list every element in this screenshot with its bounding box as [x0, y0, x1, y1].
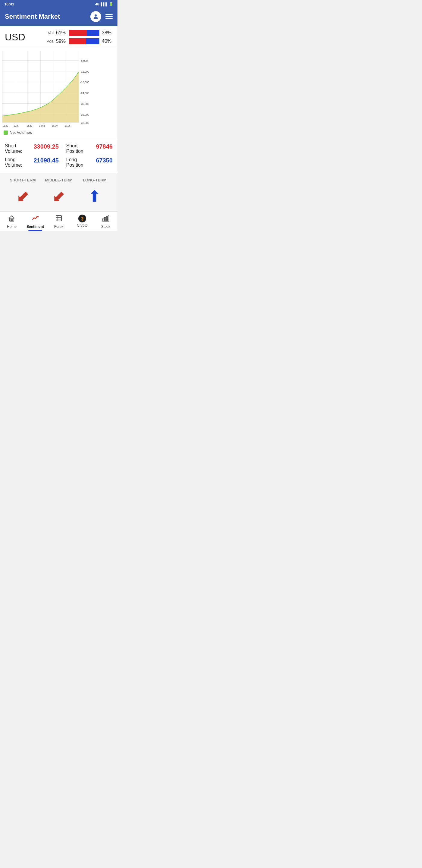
long-term-up-arrow: ⬆	[88, 188, 101, 204]
pos-pct2: 40%	[102, 38, 112, 44]
vol-bar	[69, 30, 99, 36]
nav-sentiment-label: Sentiment	[27, 224, 44, 229]
svg-rect-31	[11, 220, 13, 221]
nav-item-forex[interactable]: Forex	[47, 212, 70, 231]
long-volume-label: Long Volume:	[5, 157, 31, 168]
app-title: Sentiment Market	[5, 13, 60, 21]
pos-bar-red	[69, 38, 86, 44]
home-icon	[8, 215, 15, 224]
svg-point-33	[36, 217, 37, 218]
svg-text:12:47: 12:47	[13, 124, 20, 127]
chart-wrap: -6,000 -12,000 -18,000 -24,000 -30,000 -…	[0, 51, 118, 129]
nav-home-label: Home	[7, 224, 17, 229]
nav-item-stock[interactable]: Stock	[94, 212, 118, 231]
currency-label: USD	[5, 32, 25, 43]
spacer2	[61, 157, 64, 168]
long-term-label: LONG-TERM	[77, 178, 112, 182]
nav-item-sentiment[interactable]: Sentiment	[24, 212, 47, 231]
nav-item-home[interactable]: Home	[0, 212, 24, 231]
short-position-label: Short Position:	[66, 143, 94, 154]
network-icon: 4G	[95, 2, 100, 6]
chart-legend: Net Volumes	[0, 129, 118, 136]
user-profile-button[interactable]	[90, 11, 101, 22]
usd-stats: Vol 61% 38% Pos 59% 40%	[45, 30, 112, 44]
svg-point-0	[95, 14, 97, 17]
legend-dot	[4, 130, 8, 135]
vol-label: Vol	[45, 30, 54, 35]
chart-container: -6,000 -12,000 -18,000 -24,000 -30,000 -…	[0, 48, 118, 138]
long-term-arrow-container: ⬆	[77, 188, 112, 204]
vol-bar-red	[69, 30, 87, 36]
pos-stat-row: Pos 59% 40%	[45, 38, 112, 44]
legend-label: Net Volumes	[10, 130, 32, 135]
chart-svg: -6,000 -12,000 -18,000 -24,000 -30,000 -…	[2, 51, 96, 129]
svg-text:-42,000: -42,000	[80, 121, 89, 124]
status-bar: 16:41 4G ▌▌▌ 🔋	[0, 0, 118, 8]
short-volume-label: Short Volume:	[5, 143, 31, 154]
battery-icon: 🔋	[109, 2, 113, 6]
svg-point-32	[33, 218, 34, 219]
menu-button[interactable]	[105, 14, 112, 19]
pos-bar-blue	[86, 38, 99, 44]
nav-stock-label: Stock	[101, 224, 110, 229]
svg-text:-24,000: -24,000	[80, 92, 89, 95]
svg-rect-41	[108, 215, 109, 221]
middle-term-arrow-container: ⬋	[41, 188, 76, 204]
pos-bar	[69, 38, 99, 44]
long-position-value: 67350	[96, 157, 112, 168]
nav-forex-label: Forex	[54, 224, 64, 229]
svg-text:13:51: 13:51	[27, 124, 33, 127]
svg-text:-18,000: -18,000	[80, 81, 89, 84]
pos-pct1: 59%	[56, 38, 67, 44]
short-term-arrow-container: ⬋	[5, 188, 41, 204]
forex-icon	[55, 215, 62, 224]
vol-stat-row: Vol 61% 38%	[45, 30, 112, 36]
short-term-down-arrow: ⬋	[16, 188, 30, 204]
svg-text:-30,000: -30,000	[80, 102, 89, 105]
usd-card: USD Vol 61% 38% Pos 59% 40%	[0, 26, 118, 48]
header-icons	[90, 11, 112, 22]
sentiment-panel: SHORT-TERM MIDDLE-TERM LONG-TERM ⬋ ⬋ ⬆	[0, 173, 118, 211]
svg-rect-40	[106, 216, 107, 221]
long-position-label: Long Position:	[66, 157, 94, 168]
stock-icon	[102, 215, 109, 224]
sentiment-icon	[32, 215, 39, 224]
short-position-value: 97846	[96, 143, 112, 154]
svg-text:17:05: 17:05	[65, 124, 71, 127]
arrows-row: ⬋ ⬋ ⬆	[5, 186, 112, 207]
pos-label: Pos	[45, 39, 54, 44]
app-header: Sentiment Market	[0, 8, 118, 26]
svg-rect-38	[103, 219, 104, 221]
nav-item-crypto[interactable]: ₿ Crypto	[70, 212, 94, 231]
svg-rect-34	[56, 216, 61, 221]
crypto-icon: ₿	[78, 215, 86, 222]
term-headers: SHORT-TERM MIDDLE-TERM LONG-TERM	[5, 178, 112, 182]
long-volume-row: Long Volume: 21098.45 Long Position: 673…	[5, 157, 112, 168]
short-volume-row: Short Volume: 33009.25 Short Position: 9…	[5, 143, 112, 154]
vol-bar-blue	[87, 30, 99, 36]
svg-text:11:42: 11:42	[2, 124, 8, 127]
volume-stats: Short Volume: 33009.25 Short Position: 9…	[0, 138, 118, 173]
middle-term-down-arrow: ⬋	[52, 188, 65, 204]
vol-pct2: 38%	[102, 30, 112, 36]
short-volume-value: 33009.25	[33, 143, 59, 154]
status-icons: 4G ▌▌▌ 🔋	[95, 2, 113, 6]
spacer	[61, 143, 64, 154]
svg-text:-12,000: -12,000	[80, 70, 89, 73]
signal-icon: ▌▌▌	[101, 2, 108, 6]
vol-pct1: 61%	[56, 30, 67, 36]
middle-term-label: MIDDLE-TERM	[41, 178, 76, 182]
short-term-label: SHORT-TERM	[5, 178, 41, 182]
long-volume-value: 21098.45	[33, 157, 59, 168]
svg-rect-39	[104, 218, 106, 221]
bottom-nav: Home Sentiment Forex ₿ Crypto	[0, 211, 118, 231]
svg-text:-6,000: -6,000	[80, 59, 88, 62]
svg-text:-36,000: -36,000	[80, 113, 89, 116]
status-time: 16:41	[4, 2, 14, 6]
svg-text:14:56: 14:56	[39, 124, 45, 127]
svg-text:16:00: 16:00	[52, 124, 58, 127]
nav-crypto-label: Crypto	[77, 223, 87, 227]
